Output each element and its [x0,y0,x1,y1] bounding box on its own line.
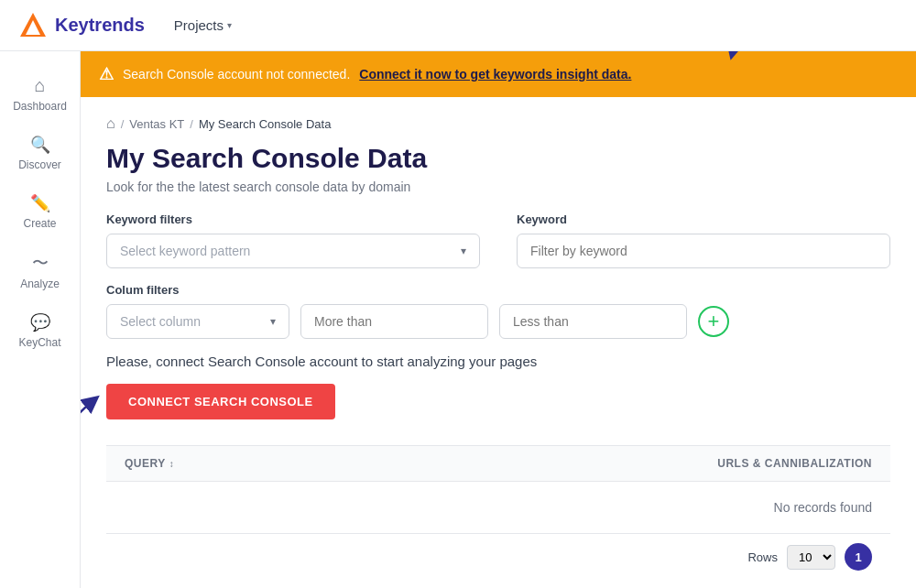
rows-select[interactable]: 10 25 50 [787,545,835,570]
chevron-down-icon: ▾ [227,20,232,30]
create-icon: ✏️ [30,193,50,213]
content-area: ⚠ Search Console account not connected. … [81,51,916,588]
table-header: QUERY ↕ URLS & CANNIBALIZATION [106,446,890,482]
breadcrumb: ⌂ / Ventas KT / My Search Console Data [106,115,890,132]
sidebar-item-dashboard[interactable]: ⌂ Dashboard [4,66,77,122]
breadcrumb-current: My Search Console Data [199,117,332,131]
keyword-input[interactable] [517,234,890,268]
th-urls: URLS & CANNIBALIZATION [498,446,890,481]
keyword-label: Keyword [517,212,890,226]
sidebar-item-discover[interactable]: 🔍 Discover [4,125,77,180]
alert-text: Search Console account not connected. [123,67,350,82]
page-1-button[interactable]: 1 [845,543,872,571]
analyze-label: Analyze [20,278,60,290]
keyword-filters-label: Keyword filters [106,212,480,226]
sidebar: ⌂ Dashboard 🔍 Discover ✏️ Create 〜 Analy… [0,51,81,588]
discover-label: Discover [18,158,61,171]
column-filters-row: Select column ▾ + [106,304,890,339]
column-filters-section: Colum filters Select column ▾ + [106,283,890,339]
dashboard-label: Dashboard [13,100,67,113]
breadcrumb-sep-2: / [190,117,193,131]
column-filters-label: Colum filters [106,283,890,297]
logo: Keytrends [18,11,145,40]
projects-label: Projects [174,17,224,33]
alert-banner: ⚠ Search Console account not connected. … [81,51,916,97]
column-dropdown-chevron-icon: ▾ [270,315,276,328]
keychat-icon: 💬 [30,312,50,332]
connect-message: Please, connect Search Console account t… [106,354,890,369]
sort-icon: ↕ [169,459,175,469]
breadcrumb-sep-1: / [121,117,125,131]
page-title: My Search Console Data [106,143,890,174]
sidebar-item-keychat[interactable]: 💬 KeyChat [4,303,77,358]
analyze-icon: 〜 [32,252,49,274]
keychat-label: KeyChat [18,336,60,349]
bottom-arrow-annotation [81,392,115,447]
keyword-filters-section: Keyword filters Select keyword pattern ▾… [106,212,890,268]
keyword-group: Keyword [517,212,890,268]
connect-search-console-button[interactable]: CONNECT SEARCH CONSOLE [106,384,335,419]
more-than-input[interactable] [300,304,488,339]
warning-icon: ⚠ [99,64,114,84]
th-query: QUERY ↕ [106,446,498,481]
page-subtitle: Look for the the latest search console d… [106,180,890,194]
keyword-filters-group: Keyword filters Select keyword pattern ▾ [106,212,480,268]
dashboard-icon: ⌂ [34,75,45,96]
home-icon[interactable]: ⌂ [106,115,115,132]
table-area: QUERY ↕ URLS & CANNIBALIZATION No record… [106,445,890,580]
projects-nav[interactable]: Projects ▾ [174,17,232,33]
logo-icon [18,11,48,40]
breadcrumb-project[interactable]: Ventas KT [129,117,184,131]
select-column-dropdown[interactable]: Select column ▾ [106,304,289,339]
table-no-records: No records found [106,482,890,533]
keyword-pattern-text: Select keyword pattern [120,244,250,258]
add-filter-button[interactable]: + [698,306,729,337]
top-nav: Keytrends Projects ▾ [0,0,916,51]
select-column-text: Select column [120,314,201,329]
sidebar-item-analyze[interactable]: 〜 Analyze [4,243,77,299]
sidebar-item-create[interactable]: ✏️ Create [4,184,77,239]
less-than-input[interactable] [499,304,687,339]
alert-link[interactable]: Connect it now to get keywords insight d… [359,67,631,82]
discover-icon: 🔍 [30,135,50,155]
rows-label: Rows [747,550,778,564]
logo-text: Keytrends [55,15,145,36]
create-label: Create [23,217,56,230]
top-arrow-annotation [696,51,769,60]
page-content: ⌂ / Ventas KT / My Search Console Data M… [81,97,916,588]
keyword-pattern-dropdown[interactable]: Select keyword pattern ▾ [106,234,480,268]
dropdown-chevron-icon: ▾ [461,245,466,257]
pagination: Rows 10 25 50 1 [106,533,890,580]
